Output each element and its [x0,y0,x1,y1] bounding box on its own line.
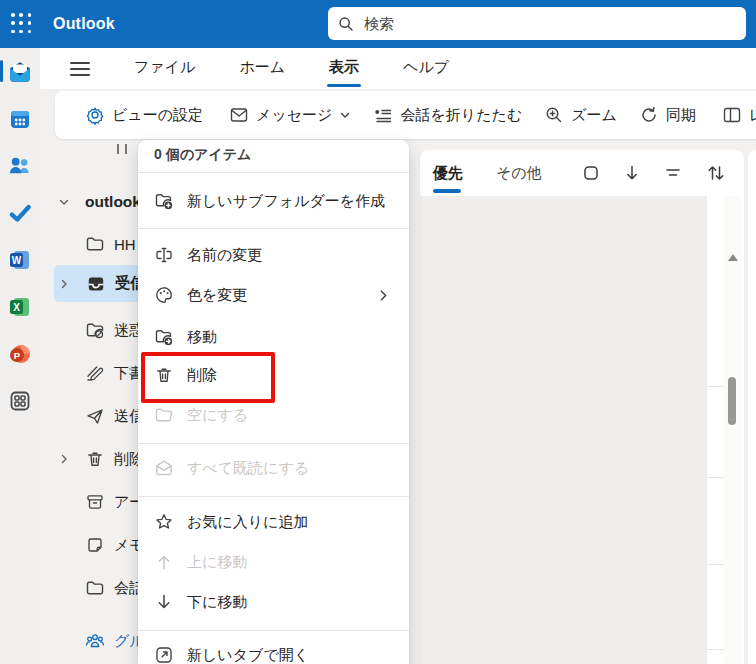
todo-check-icon [7,200,33,226]
trash-icon [85,449,105,469]
rename-icon [154,245,174,265]
note-icon [85,535,105,555]
sync-icon [639,105,659,125]
trash-icon [154,365,174,385]
scroll-up-arrow-icon[interactable] [728,254,738,261]
tab-focused[interactable]: 優先 [433,164,463,183]
tab-other[interactable]: その他 [496,164,542,183]
calendar-icon [8,107,32,131]
select-messages-icon[interactable] [582,164,600,182]
tab-help[interactable]: ヘルプ [403,58,449,79]
sort-icon[interactable] [706,164,726,182]
menu-item-label: 新しいサブフォルダーを作成 [187,192,385,211]
menu-item-label: 空にする [187,406,248,425]
rail-item-people[interactable] [0,142,40,189]
account-label: outlook [85,193,141,211]
zoom-label: ズーム [571,106,617,125]
menu-separator [138,228,409,229]
scrollbar-thumb[interactable] [728,377,736,425]
menu-item-move-up[interactable]: 上に移動 [143,542,404,582]
menu-item-delete[interactable]: 削除 [143,355,404,395]
archive-icon [85,492,105,512]
menu-item-open-in-new-tab[interactable]: 新しいタブで開く [143,635,404,664]
chevron-down-icon [58,196,70,208]
outlook-mail-icon [7,59,33,85]
menu-item-label: 下に移動 [187,593,247,612]
empty-message-list [420,196,707,664]
mail-read-icon [154,458,174,478]
menu-separator [138,496,409,497]
rail-item-powerpoint[interactable]: P [0,330,40,377]
message-label: メッセージ [256,106,332,125]
view-settings-button[interactable]: ビューの設定 [85,105,203,125]
rail-item-apps[interactable] [0,377,40,424]
svg-text:X: X [13,302,20,313]
zoom-in-icon [544,105,564,125]
arrow-up-icon [154,552,174,572]
menu-item-label: 上に移動 [187,553,247,572]
menu-item-rename[interactable]: 名前の変更 [143,235,404,275]
chevron-down-icon [339,109,351,121]
conversation-collapse-icon [373,105,393,125]
folder-icon [85,234,105,254]
star-icon [154,512,174,532]
powerpoint-icon: P [8,342,32,366]
menu-item-label: 色を変更 [187,286,247,305]
menu-item-empty-folder[interactable]: 空にする [143,395,404,435]
app-title: Outlook [53,15,115,33]
menu-item-add-to-favorites[interactable]: お気に入りに追加 [143,502,404,542]
rail-selected-indicator [0,60,3,82]
menu-item-label: すべて既読にする [187,459,309,478]
search-input[interactable] [362,14,736,33]
gear-icon [85,105,105,125]
menu-item-label: お気に入りに追加 [187,513,308,532]
layout-panes-icon [722,105,742,125]
message-list-panel: 優先 その他 [420,150,744,664]
outlook-app-window: Outlook [0,0,756,664]
menu-item-mark-all-read[interactable]: すべて既読にする [143,448,404,488]
drafts-pencil-icon [85,363,105,383]
collapse-conversation-button[interactable]: 会話を折りたたむ [373,105,522,125]
menu-item-new-subfolder[interactable]: 新しいサブフォルダーを作成 [143,180,404,222]
hamburger-menu-icon[interactable] [70,62,90,76]
filter-icon[interactable] [664,164,682,182]
tab-view[interactable]: 表示 [329,58,359,79]
word-icon: W [8,248,32,272]
menu-item-change-color[interactable]: 色を変更 [143,275,404,315]
tab-home[interactable]: ホーム [239,58,285,79]
open-new-tab-icon [154,645,174,664]
submenu-chevron-right-icon [377,289,390,302]
layout-button[interactable]: レイアウト [722,105,756,125]
menu-item-label: 新しいタブで開く [187,646,309,664]
search-box[interactable] [328,7,746,40]
menu-item-move-down[interactable]: 下に移動 [143,582,404,622]
rail-item-excel[interactable]: X [0,283,40,330]
message-button[interactable]: メッセージ [229,105,351,125]
app-launcher-icon[interactable] [9,11,35,37]
ribbon-tab-bar: ファイル ホーム 表示 ヘルプ [40,48,756,89]
folder-label: HH [114,236,136,253]
top-app-bar: Outlook [0,0,756,48]
sync-label: 同期 [666,106,696,125]
empty-folder-icon [154,405,174,425]
svg-text:P: P [14,349,21,360]
rail-item-todo[interactable] [0,189,40,236]
arrow-down-icon[interactable] [624,164,640,182]
apps-grid-icon [8,389,32,413]
rail-item-calendar[interactable] [0,95,40,142]
scrollbar[interactable] [724,196,741,664]
context-menu-item-count: 0 個のアイテム [154,140,251,170]
tab-file[interactable]: ファイル [134,58,195,79]
rail-item-word[interactable]: W [0,236,40,283]
menu-separator [138,630,409,631]
zoom-button[interactable]: ズーム [544,105,617,125]
excel-icon: X [8,295,32,319]
svg-text:W: W [12,255,22,266]
rail-item-outlook[interactable] [0,48,40,95]
envelope-icon [229,105,249,125]
menu-item-move[interactable]: 移動 [143,317,404,357]
menu-separator [138,172,409,173]
folder-add-icon [154,191,174,211]
color-palette-icon [154,285,174,305]
sync-button[interactable]: 同期 [639,105,696,125]
